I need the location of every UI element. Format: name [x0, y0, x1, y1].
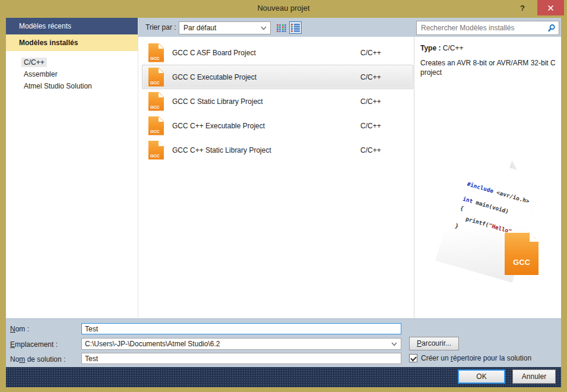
titlebar: Nouveau projet ?	[0, 0, 567, 18]
sort-by-value: Par défaut	[183, 24, 216, 32]
sort-by-dropdown[interactable]: Par défaut	[179, 21, 271, 34]
template-row-gcc-c-static-library[interactable]: GCC GCC C Static Library Project C/C++	[142, 89, 413, 113]
medium-icons-view-button[interactable]	[275, 21, 287, 34]
solution-name-label: Nom de solution :	[10, 355, 65, 363]
gcc-badge-label: GCC	[505, 258, 539, 267]
new-project-dialog: Nouveau projet ? Modèles récents Modèles…	[0, 0, 567, 392]
solution-name-input[interactable]	[81, 353, 401, 364]
tree-item-label: C/C++	[21, 58, 47, 67]
gcc-icon-label: GCC	[150, 129, 160, 134]
close-icon	[547, 5, 554, 11]
location-combobox[interactable]: C:\Users\-JP-\Documents\Atmel Studio\6.2	[81, 338, 401, 350]
template-type: C/C++	[360, 49, 381, 57]
create-directory-label: Créer un répertoire pour la solution	[421, 354, 531, 362]
template-row-gcc-c-asf-board[interactable]: GCC GCC C ASF Board Project C/C++	[142, 40, 413, 65]
create-directory-checkbox[interactable]	[409, 354, 417, 362]
location-label: Emplacement :	[10, 340, 58, 349]
tree-item-label: Atmel Studio Solution	[21, 81, 94, 91]
gcc-icon-label: GCC	[150, 56, 160, 61]
template-row-gcc-c-executable[interactable]: GCC GCC C Executable Project C/C++	[142, 65, 413, 89]
gcc-icon-label: GCC	[150, 154, 160, 158]
close-button[interactable]	[537, 0, 564, 15]
search-icon[interactable]	[547, 24, 556, 33]
sort-by-label: Trier par :	[145, 23, 176, 31]
help-button[interactable]: ?	[515, 2, 530, 15]
location-value: C:\Users\-JP-\Documents\Atmel Studio\6.2	[85, 340, 220, 348]
template-category-tree: C/C++ Assembler Atmel Studio Solution	[6, 51, 138, 92]
project-form: Nom : Emplacement : C:\Users\-JP-\Docume…	[6, 318, 561, 367]
gcc-file-icon: GCC	[148, 68, 164, 87]
tree-item-label: Assembler	[21, 69, 60, 79]
tree-item-c-cpp[interactable]: C/C++	[6, 56, 138, 68]
code-line: printf("Hello"	[465, 215, 512, 235]
sidebar: Modèles récents Modèles installés C/C++ …	[6, 18, 138, 318]
code-line: }	[454, 222, 460, 229]
project-name-input[interactable]	[81, 323, 401, 334]
search-input[interactable]	[421, 23, 543, 33]
template-list: GCC GCC C ASF Board Project C/C++ GCC GC…	[138, 37, 414, 318]
medium-icons-view-icon	[276, 24, 286, 32]
template-type: C/C++	[360, 146, 381, 154]
small-icons-view-button[interactable]	[289, 21, 302, 34]
template-row-gcc-cpp-static-library[interactable]: GCC GCC C++ Static Library Project C/C++	[142, 138, 413, 162]
code-line: {	[460, 204, 465, 211]
gcc-file-icon: GCC	[148, 141, 164, 160]
name-label: Nom :	[10, 325, 29, 333]
dialog-title: Nouveau projet	[0, 4, 567, 12]
browse-button[interactable]: Parcourir...	[409, 337, 459, 350]
type-value: C/C++	[443, 44, 464, 52]
gcc-file-icon: GCC	[148, 43, 164, 62]
gcc-file-icon: GCC	[148, 92, 164, 111]
template-type: C/C++	[360, 73, 381, 81]
code-line: int main(void)	[462, 195, 509, 215]
sidebar-item-installed-templates[interactable]: Modèles installés	[6, 34, 138, 51]
list-toolbar: Trier par : Par défaut	[138, 18, 561, 37]
template-row-gcc-cpp-executable[interactable]: GCC GCC C++ Executable Project C/C++	[142, 113, 413, 138]
ok-button[interactable]: OK	[458, 369, 505, 384]
gcc-icon-label: GCC	[150, 81, 160, 85]
dialog-footer: OK Annuler	[6, 367, 561, 387]
sidebar-item-recent-templates[interactable]: Modèles récents	[6, 18, 138, 34]
template-description: Creates an AVR 8-bit or AVR/ARM 32-bit C…	[420, 58, 558, 77]
create-directory-option: Créer un répertoire pour la solution	[409, 354, 531, 362]
gcc-file-icon: GCC	[148, 116, 164, 135]
info-panel: Type : C/C++ Creates an AVR 8-bit or AVR…	[414, 37, 561, 318]
gcc-icon-label: GCC	[150, 105, 160, 109]
tree-item-assembler[interactable]: Assembler	[6, 68, 138, 80]
small-icons-view-icon	[290, 23, 300, 32]
tree-item-atmel-studio-solution[interactable]: Atmel Studio Solution	[6, 80, 138, 92]
chevron-down-icon	[391, 342, 397, 346]
template-type: C/C++	[360, 97, 381, 106]
type-label: Type :	[420, 44, 441, 52]
template-type: C/C++	[360, 122, 381, 130]
gcc-badge-icon: GCC	[505, 233, 539, 275]
search-box	[416, 21, 559, 35]
cancel-button[interactable]: Annuler	[512, 369, 556, 384]
chevron-down-icon	[261, 26, 267, 30]
